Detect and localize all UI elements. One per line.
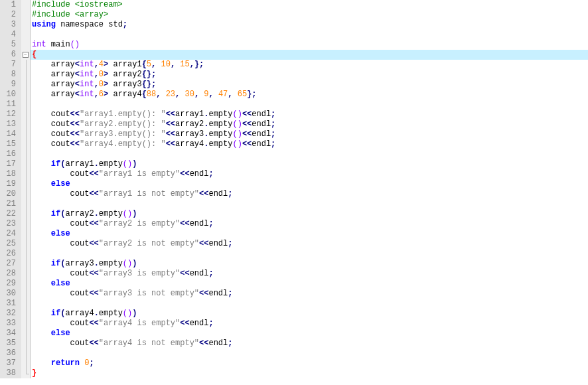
line-number-gutter: 1234567891011121314151617181920212223242… — [0, 0, 21, 378]
token-st: "array2 is not empty" — [99, 239, 199, 248]
token-op: << — [89, 169, 98, 179]
token-op: , — [94, 60, 99, 69]
line-number: 10 — [3, 90, 16, 100]
token-op: }; — [247, 90, 256, 99]
code-line[interactable]: if(array3.empty()) — [31, 259, 588, 269]
code-line[interactable]: } — [31, 368, 588, 378]
code-area[interactable]: #include <iostream>#include <array>using… — [31, 0, 588, 378]
code-line[interactable]: cout<<"array2 is empty"<<endl; — [31, 219, 588, 229]
code-line[interactable] — [31, 100, 588, 110]
fold-marker — [21, 179, 30, 189]
token-op: {}; — [142, 80, 157, 89]
code-line[interactable]: if(array2.empty()) — [31, 209, 588, 219]
token-pn — [32, 309, 51, 318]
code-line[interactable]: cout<<"array3 is not empty"<<endl; — [31, 289, 588, 299]
token-op: , — [194, 90, 204, 99]
code-line[interactable]: return 0; — [31, 358, 588, 368]
code-line[interactable]: cout<<"array3 is empty"<<endl; — [31, 269, 588, 279]
fold-marker — [21, 100, 30, 110]
fold-marker — [21, 319, 30, 329]
code-line[interactable] — [31, 199, 588, 209]
code-line[interactable]: using namespace std; — [31, 20, 588, 30]
token-op: , — [94, 80, 99, 89]
fold-marker[interactable]: − — [21, 50, 30, 60]
token-op: , — [156, 90, 165, 99]
token-ty: int — [80, 70, 94, 79]
token-op: << — [242, 139, 252, 149]
code-line[interactable]: else — [31, 329, 588, 339]
token-st: "array3.empty(): " — [80, 129, 166, 139]
code-line[interactable]: { — [31, 50, 588, 60]
fold-marker — [21, 40, 30, 50]
code-line[interactable]: cout<<"array2 is not empty"<<endl; — [31, 239, 588, 249]
fold-marker — [21, 90, 30, 100]
fold-marker — [21, 259, 30, 269]
token-nu: 0 — [99, 70, 104, 79]
token-op: << — [180, 319, 189, 328]
code-line[interactable]: else — [31, 229, 588, 239]
token-pn: endl — [208, 239, 228, 248]
token-pn: array2 — [108, 70, 141, 79]
code-line[interactable]: cout<<"array4 is not empty"<<endl; — [31, 339, 588, 348]
code-line[interactable]: array<int,4> array1{5, 10, 15,}; — [31, 60, 588, 70]
code-line[interactable]: else — [31, 279, 588, 289]
code-line[interactable] — [31, 299, 588, 309]
code-line[interactable]: else — [31, 179, 588, 189]
token-pn — [32, 209, 51, 218]
token-op: << — [166, 119, 175, 129]
token-pn — [32, 279, 51, 288]
fold-collapse-icon[interactable]: − — [23, 52, 29, 58]
code-line[interactable]: array<int,6> array4{88, 23, 30, 9, 47, 6… — [31, 90, 588, 100]
token-op: < — [75, 80, 80, 89]
line-number: 28 — [3, 269, 16, 279]
token-kw: if — [51, 159, 60, 169]
code-line[interactable]: cout<<"array1.empty(): "<<array1.empty()… — [31, 110, 588, 119]
token-op: , — [94, 70, 99, 79]
fold-marker — [21, 239, 30, 249]
token-pn: array — [32, 80, 75, 89]
code-line[interactable]: cout<<"array1 is empty"<<endl; — [31, 169, 588, 179]
code-line[interactable] — [31, 30, 588, 40]
code-line[interactable]: cout<<"array2.empty(): "<<array2.empty()… — [31, 119, 588, 129]
token-op: . — [94, 309, 99, 318]
code-line[interactable]: if(array1.empty()) — [31, 159, 588, 169]
code-line[interactable] — [31, 348, 588, 358]
line-number: 12 — [3, 110, 16, 119]
fold-marker — [21, 189, 30, 199]
token-fn: empty — [208, 139, 232, 149]
code-line[interactable]: int main() — [31, 40, 588, 50]
code-line[interactable]: array<int,0> array3{}; — [31, 80, 588, 90]
code-line[interactable]: cout<<"array4.empty(): "<<array4.empty()… — [31, 139, 588, 149]
token-pn: array2 — [65, 209, 94, 218]
token-op: . — [94, 209, 99, 218]
fold-marker — [21, 339, 30, 348]
token-pn: cout — [32, 169, 89, 179]
token-op: ; — [208, 169, 213, 179]
code-line[interactable] — [31, 149, 588, 159]
code-line[interactable]: #include <array> — [31, 10, 588, 20]
token-pc: () — [70, 40, 80, 49]
token-st: "array3 is not empty" — [99, 289, 199, 298]
fold-marker — [21, 309, 30, 319]
token-op: << — [199, 239, 208, 248]
line-number: 11 — [3, 100, 16, 110]
token-pn: cout — [32, 110, 70, 119]
code-line[interactable] — [31, 249, 588, 259]
code-line[interactable]: if(array4.empty()) — [31, 309, 588, 319]
token-op: { — [142, 60, 147, 69]
token-op: << — [89, 269, 98, 278]
code-line[interactable]: #include <iostream> — [31, 0, 588, 10]
line-number: 16 — [3, 149, 16, 159]
code-line[interactable]: cout<<"array3.empty(): "<<array3.empty()… — [31, 129, 588, 139]
code-line[interactable]: cout<<"array1 is not empty"<<endl; — [31, 189, 588, 199]
code-line[interactable]: array<int,0> array2{}; — [31, 70, 588, 80]
line-number: 34 — [3, 329, 16, 339]
fold-marker — [21, 289, 30, 299]
token-op: ) — [132, 259, 137, 268]
token-pn: cout — [32, 339, 89, 348]
token-op: << — [89, 339, 98, 348]
code-line[interactable]: cout<<"array4 is empty"<<endl; — [31, 319, 588, 329]
fold-marker — [21, 358, 30, 368]
token-pn — [32, 259, 51, 268]
line-number: 36 — [3, 348, 16, 358]
